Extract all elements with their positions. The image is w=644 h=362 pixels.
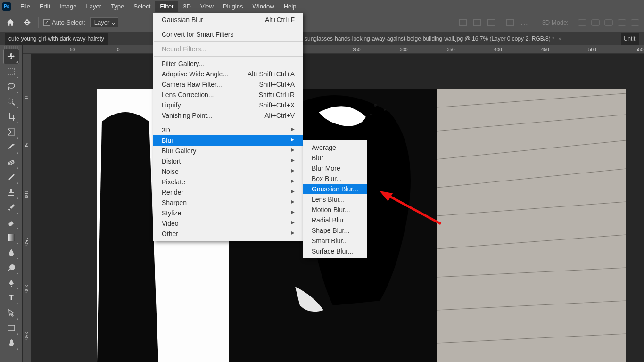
svg-point-23 (11, 162, 12, 163)
svg-rect-2 (437, 89, 626, 362)
brush-tool[interactable] (3, 170, 19, 185)
type-tool[interactable]: T (3, 290, 19, 305)
menu-layer[interactable]: Layer (82, 1, 107, 12)
menu-window[interactable]: Window (248, 1, 279, 12)
eyedropper-tool[interactable] (3, 140, 19, 155)
blur-gaussian[interactable]: Gaussian Blur... (303, 184, 367, 194)
eraser-tool[interactable] (3, 215, 19, 230)
gradient-tool[interactable] (3, 230, 19, 245)
filter-stylize[interactable]: Stylize (153, 208, 303, 218)
frame-tool[interactable] (3, 124, 19, 140)
3d-mode-label: 3D Mode: (542, 19, 569, 26)
svg-point-16 (8, 83, 15, 88)
filter-blur[interactable]: Blur (153, 135, 303, 146)
menu-help[interactable]: Help (279, 1, 301, 12)
menu-edit[interactable]: Edit (35, 1, 55, 12)
svg-point-14 (370, 114, 372, 115)
blur-surface[interactable]: Surface Blur... (303, 246, 367, 256)
home-icon[interactable] (5, 17, 16, 28)
svg-point-13 (384, 109, 386, 111)
blur-more[interactable]: Blur More (303, 163, 367, 173)
hand-tool[interactable] (3, 336, 19, 351)
filter-pixelate[interactable]: Pixelate (153, 177, 303, 187)
shape-tool[interactable] (3, 321, 19, 336)
menu-filter[interactable]: Filter (155, 1, 178, 12)
move-tool[interactable] (3, 49, 19, 64)
svg-point-17 (8, 99, 13, 103)
ruler-vertical: 050100150200250 (23, 54, 31, 362)
filter-last[interactable]: Gaussian BlurAlt+Ctrl+F (153, 15, 303, 25)
app-icon: Ps (2, 2, 11, 11)
filter-3d[interactable]: 3D (153, 125, 303, 135)
svg-rect-15 (8, 68, 15, 75)
layer-select[interactable]: Layer ⌄ (90, 17, 119, 27)
crop-tool[interactable] (3, 109, 19, 124)
move-tool-indicator-icon: ✥ (21, 17, 33, 28)
filter-other[interactable]: Other (153, 229, 303, 239)
filter-convert-smart[interactable]: Convert for Smart Filters (153, 29, 303, 40)
filter-blur-gallery[interactable]: Blur Gallery (153, 146, 303, 156)
toolbox: T (0, 45, 23, 362)
tab-bar: cute-young-girl-with-dark-wavy-hairsty s… (0, 32, 644, 45)
history-brush-tool[interactable] (3, 200, 19, 215)
align-buttons[interactable]: ⋯ (459, 19, 528, 26)
menu-view[interactable]: View (196, 1, 218, 12)
menu-image[interactable]: Image (55, 1, 81, 12)
filter-render[interactable]: Render (153, 187, 303, 197)
menu-select[interactable]: Select (129, 1, 155, 12)
auto-select-checkbox[interactable] (43, 19, 50, 26)
blur-lens[interactable]: Lens Blur... (303, 194, 367, 205)
filter-camera-raw[interactable]: Camera Raw Filter...Shift+Ctrl+A (153, 79, 303, 90)
blur-box[interactable]: Box Blur... (303, 173, 367, 184)
blur-submenu: Average Blur Blur More Box Blur... Gauss… (303, 140, 367, 258)
pen-tool[interactable] (3, 275, 19, 290)
filter-menu: Gaussian BlurAlt+Ctrl+F Convert for Smar… (153, 13, 303, 241)
ruler-horizontal: 50050250300350400450500550 (23, 45, 644, 54)
blur-blur[interactable]: Blur (303, 153, 367, 163)
menu-type[interactable]: Type (106, 1, 129, 12)
menu-3d[interactable]: 3D (178, 1, 196, 12)
svg-rect-25 (8, 234, 15, 241)
3d-mode-icons[interactable] (578, 19, 639, 26)
menu-file[interactable]: File (16, 1, 35, 12)
quick-select-tool[interactable] (3, 94, 19, 109)
filter-adaptive-wide[interactable]: Adaptive Wide Angle...Alt+Shift+Ctrl+A (153, 69, 303, 79)
menu-plugins[interactable]: Plugins (218, 1, 248, 12)
blur-average[interactable]: Average (303, 142, 367, 153)
blur-shape[interactable]: Shape Blur... (303, 225, 367, 236)
marquee-tool[interactable] (3, 64, 19, 79)
auto-select-label: Auto-Select: (52, 19, 85, 26)
blur-tool[interactable] (3, 245, 19, 260)
svg-rect-27 (8, 325, 15, 331)
blur-smart[interactable]: Smart Blur... (303, 236, 367, 246)
dodge-tool[interactable] (3, 260, 19, 275)
path-select-tool[interactable] (3, 305, 19, 321)
filter-neural[interactable]: Neural Filters... (153, 44, 303, 54)
options-bar: ✥ Auto-Select: Layer ⌄ ⋯ 3D Mode: (0, 13, 644, 32)
filter-liquify[interactable]: Liquify...Shift+Ctrl+X (153, 100, 303, 110)
lasso-tool[interactable] (3, 79, 19, 94)
filter-vanishing-point[interactable]: Vanishing Point...Alt+Ctrl+V (153, 110, 303, 121)
filter-distort[interactable]: Distort (153, 156, 303, 166)
main-menubar: Ps FileEditImageLayerTypeSelectFilter3DV… (0, 0, 644, 13)
filter-lens-correction[interactable]: Lens Correction...Shift+Ctrl+R (153, 90, 303, 100)
svg-point-12 (374, 104, 377, 107)
filter-sharpen[interactable]: Sharpen (153, 197, 303, 208)
svg-point-26 (10, 265, 15, 270)
blur-radial[interactable]: Radial Blur... (303, 215, 367, 225)
document-tab[interactable]: cute-young-girl-with-dark-wavy-hairsty (5, 33, 108, 45)
document-tab[interactable]: sunglasses-hands-looking-away-against-be… (302, 35, 564, 42)
filter-noise[interactable]: Noise (153, 166, 303, 177)
svg-point-22 (9, 163, 10, 164)
svg-point-24 (13, 161, 14, 162)
filter-gallery[interactable]: Filter Gallery... (153, 58, 303, 69)
blur-motion[interactable]: Motion Blur... (303, 205, 367, 215)
healing-tool[interactable] (3, 155, 19, 170)
stamp-tool[interactable] (3, 185, 19, 200)
document-tab[interactable]: Untitl (621, 33, 639, 45)
filter-video[interactable]: Video (153, 218, 303, 229)
